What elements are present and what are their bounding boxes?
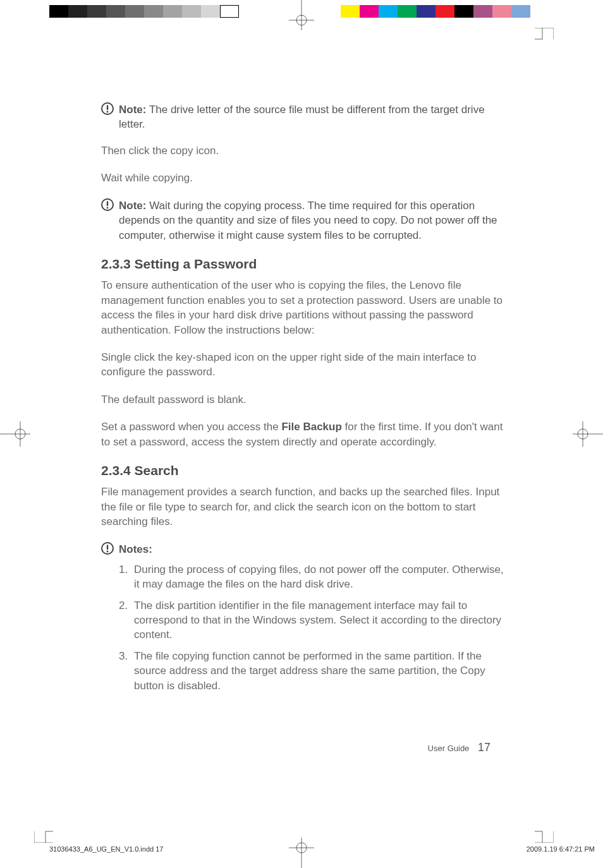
- note-block: Note: Wait during the copying process. T…: [101, 198, 506, 243]
- section-heading: 2.3.3 Setting a Password: [101, 256, 506, 272]
- note-text: Note: Wait during the copying process. T…: [119, 198, 506, 243]
- registration-mark-icon: [289, 838, 314, 868]
- list-item: 2.The disk partition identifier in the f…: [119, 598, 506, 642]
- note-label: Note:: [119, 104, 146, 116]
- list-num: 3.: [119, 649, 134, 693]
- registration-mark-icon: [0, 421, 30, 447]
- bold-term: File Backup: [281, 421, 341, 433]
- registration-mark-icon: [573, 421, 603, 447]
- body-text: Set a password when you access the File …: [101, 419, 506, 449]
- svg-point-32: [107, 550, 109, 552]
- page-footer: User Guide 17: [428, 741, 490, 754]
- body-text: The default password is blank.: [101, 392, 506, 407]
- svg-point-26: [107, 111, 109, 113]
- list-text: During the process of copying files, do …: [134, 562, 506, 592]
- svg-point-29: [107, 207, 109, 208]
- notes-label: Notes:: [119, 543, 152, 555]
- list-num: 2.: [119, 598, 134, 642]
- print-slug-right: 2009.1.19 6:47:21 PM: [527, 845, 595, 853]
- registration-mark-icon: [289, 0, 314, 30]
- notes-label-text: Notes:: [119, 542, 506, 557]
- notes-list: 1.During the process of copying files, d…: [119, 562, 506, 694]
- alert-icon: [101, 198, 119, 243]
- alert-icon: [101, 542, 119, 557]
- list-item: 1.During the process of copying files, d…: [119, 562, 506, 592]
- body-text: File management provides a search functi…: [101, 485, 506, 529]
- note-body: Wait during the copying process. The tim…: [119, 200, 497, 241]
- notes-block: Notes:: [101, 542, 506, 557]
- content-column: Note: The drive letter of the source fil…: [101, 102, 506, 699]
- page-number: 17: [478, 741, 490, 754]
- body-text: Wait while copying.: [101, 171, 506, 185]
- note-label: Note:: [119, 200, 146, 212]
- footer-label: User Guide: [428, 744, 470, 753]
- body-text: Then click the copy icon.: [101, 143, 506, 158]
- list-text: The disk partition identifier in the fil…: [134, 598, 506, 642]
- note-text: Note: The drive letter of the source fil…: [119, 102, 506, 132]
- alert-icon: [101, 102, 119, 132]
- list-item: 3.The file copying function cannot be pe…: [119, 649, 506, 693]
- print-slug-left: 31036433_A6_UG_EN_V1.0.indd 17: [49, 845, 163, 853]
- list-num: 1.: [119, 562, 134, 592]
- body-text: Single click the key-shaped icon on the …: [101, 350, 506, 380]
- section-heading: 2.3.4 Search: [101, 463, 506, 478]
- body-text: To ensure authentication of the user who…: [101, 278, 506, 337]
- note-block: Note: The drive letter of the source fil…: [101, 102, 506, 132]
- list-text: The file copying function cannot be perf…: [134, 649, 506, 693]
- page-canvas: Note: The drive letter of the source fil…: [51, 39, 554, 829]
- note-body: The drive letter of the source file must…: [119, 104, 485, 130]
